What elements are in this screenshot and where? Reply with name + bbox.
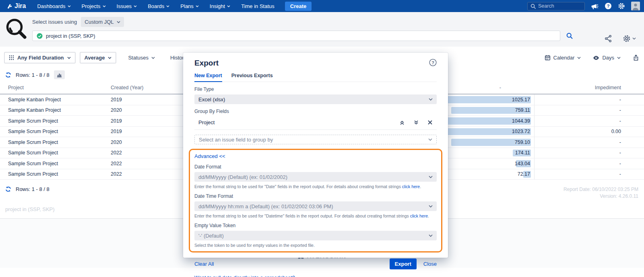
cell-year: 2019 xyxy=(111,129,179,134)
close-link[interactable]: Close xyxy=(423,261,437,267)
create-button[interactable]: Create xyxy=(285,2,312,11)
value-text: 1023.72 xyxy=(512,129,530,134)
datetime-format-select[interactable]: dd/MM/yyyy hh:mm a (Default) (ex: 01/02/… xyxy=(194,201,437,211)
nav-item-issues[interactable]: Issues xyxy=(117,3,137,9)
navbar-search[interactable] xyxy=(527,2,585,10)
chevron-down-icon xyxy=(134,5,137,7)
cell-project: Sample Kanban Project xyxy=(0,97,111,103)
report-date-label: Report Date: 06/10/2022 03:25 PM xyxy=(564,186,638,193)
cell-year: 2020 xyxy=(111,107,179,113)
chevron-down-icon xyxy=(117,21,120,23)
cell-project: Sample Scrum Project xyxy=(0,161,111,166)
field-duration-dropdown[interactable]: Any Field Duration xyxy=(4,52,76,64)
jql-input-wrap[interactable] xyxy=(32,31,560,41)
select-issues-label: Select issues using xyxy=(32,19,77,25)
tab-new-export[interactable]: New Export xyxy=(194,73,222,82)
nav-item-projects[interactable]: Projects xyxy=(82,3,106,9)
help-icon[interactable]: ? xyxy=(605,2,612,10)
date-format-label: Date Format xyxy=(194,164,437,170)
export-button[interactable]: Export xyxy=(390,259,417,269)
version-label: Version: 4.26.0.11 xyxy=(564,193,638,200)
modal-tabs: New Export Previous Exports xyxy=(194,73,437,82)
nav-menu: DashboardsProjectsIssuesBoardsPlansInsig… xyxy=(37,3,274,9)
average-dropdown[interactable]: Average xyxy=(80,52,117,64)
chevron-down-icon xyxy=(166,5,169,7)
nav-item-plans[interactable]: Plans xyxy=(180,3,199,9)
col-header-year[interactable]: Created (Year) xyxy=(111,85,179,90)
cell-impediment: - xyxy=(534,148,644,158)
chevron-down-icon xyxy=(151,57,155,59)
col-header-project[interactable]: Project xyxy=(0,85,111,90)
run-query-icon[interactable] xyxy=(566,33,573,39)
cell-project: Sample Scrum Project xyxy=(0,171,111,177)
settings-gear-icon[interactable] xyxy=(623,35,636,43)
datetime-format-help: Enter the format string to be used for "… xyxy=(194,213,437,218)
days-dropdown[interactable]: Days xyxy=(593,55,621,61)
query-section: Select issues using Custom JQL xyxy=(0,12,644,47)
chevron-down-icon xyxy=(108,57,111,59)
cell-year: 2019 xyxy=(111,97,179,103)
value-text: 759.11 xyxy=(515,107,530,113)
group-by-row: Project xyxy=(194,117,437,130)
export-icon[interactable] xyxy=(633,54,639,61)
modal-help-icon[interactable]: ? xyxy=(429,59,437,66)
group-by-add-select[interactable]: Select an issue field to group by xyxy=(194,135,437,144)
datetime-format-help-link[interactable]: click here xyxy=(410,213,428,218)
rows-count-label: Rows: 1 - 8 / 8 xyxy=(16,72,50,78)
col-header-impediment[interactable]: Impediment xyxy=(534,85,644,90)
remove-field-icon[interactable] xyxy=(427,120,433,125)
avatar[interactable] xyxy=(631,2,640,10)
chevron-down-icon xyxy=(577,57,581,59)
calendar-dropdown[interactable]: Calendar xyxy=(545,55,581,61)
move-top-icon[interactable] xyxy=(399,120,405,125)
nav-item-dashboards[interactable]: Dashboards xyxy=(37,3,70,9)
announcements-icon[interactable] xyxy=(591,3,599,10)
clear-all-link[interactable]: Clear All xyxy=(194,261,214,267)
chart-view-button[interactable] xyxy=(54,70,65,79)
spreadsheet-link[interactable]: Want to pull data directly into a spread… xyxy=(194,275,295,277)
navbar-search-input[interactable] xyxy=(538,3,578,9)
modal-title: Export xyxy=(194,59,219,68)
chevron-down-icon xyxy=(428,138,432,141)
chevron-down-icon xyxy=(67,57,71,59)
rows-count-label: Rows: 1 - 8 / 8 xyxy=(16,186,50,192)
refresh-icon[interactable] xyxy=(5,72,11,78)
date-format-select[interactable]: dd/MM/yyyy (Default) (ex: 01/02/2002) xyxy=(194,172,437,182)
value-text: 759.10 xyxy=(515,140,530,145)
cell-year: 2022 xyxy=(111,150,179,156)
advanced-toggle-link[interactable]: Advanced << xyxy=(194,153,225,159)
nav-item-insight[interactable]: Insight xyxy=(210,3,230,9)
jira-logo-icon xyxy=(6,3,12,9)
cell-impediment: - xyxy=(534,158,644,169)
date-format-help-link[interactable]: click here xyxy=(402,184,420,189)
jira-logo[interactable]: Jira xyxy=(6,2,26,10)
refresh-icon[interactable] xyxy=(5,186,11,192)
value-text: 72.17 xyxy=(518,171,530,177)
value-text: 143.04 xyxy=(515,161,530,166)
chevron-down-icon xyxy=(429,98,433,101)
cell-impediment: - xyxy=(534,94,644,105)
cell-impediment: - xyxy=(534,105,644,116)
datetime-format-label: Date Time Format xyxy=(194,193,437,199)
statuses-dropdown[interactable]: Statuses xyxy=(128,55,155,61)
cell-impediment: - xyxy=(534,169,644,180)
nav-item-boards[interactable]: Boards xyxy=(148,3,169,9)
file-type-select[interactable]: Excel (xlsx) xyxy=(194,94,437,104)
cell-year: 2019 xyxy=(111,118,179,124)
empty-token-select[interactable]: '-' (Default) xyxy=(194,231,437,240)
gear-icon[interactable] xyxy=(618,2,625,10)
cell-year: 2022 xyxy=(111,171,179,177)
move-bottom-icon[interactable] xyxy=(413,120,419,125)
cell-project: Sample Scrum Project xyxy=(0,129,111,134)
chevron-down-icon xyxy=(103,5,106,7)
group-by-field-name: Project xyxy=(198,119,215,125)
cell-project: Sample Scrum Project xyxy=(0,118,111,124)
tab-previous-exports[interactable]: Previous Exports xyxy=(231,73,273,82)
jql-mode-dropdown[interactable]: Custom JQL xyxy=(81,17,124,27)
query-valid-icon xyxy=(37,33,43,39)
share-icon[interactable] xyxy=(604,35,612,43)
jql-input[interactable] xyxy=(46,33,556,39)
nav-item-time-in-status[interactable]: Time in Status xyxy=(241,3,275,9)
jira-logo-text: Jira xyxy=(14,2,26,10)
search-icon xyxy=(530,4,536,9)
